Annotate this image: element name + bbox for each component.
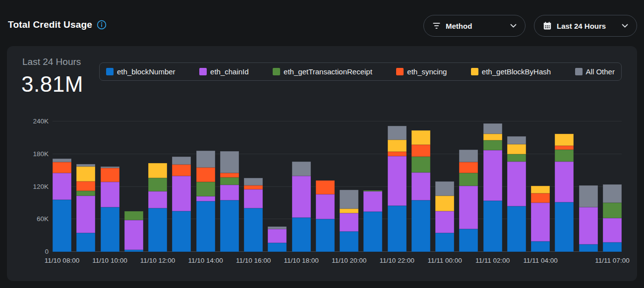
bar-segment [196,182,215,197]
bar-segment [172,211,191,252]
stacked-bar [124,211,143,252]
bar-segment [124,220,143,249]
bar-segment [76,191,95,196]
bar-segment [268,243,287,252]
y-axis-tick-label: 0 [14,247,49,256]
stacked-bar [148,163,167,252]
bar-segment [316,219,335,252]
bar-segment [53,173,71,200]
bar-segment [579,244,598,252]
gridline [53,154,622,154]
bar-segment [53,159,71,163]
title-wrap: Total Credit Usage [8,19,107,30]
chart-legend: eth_blockNumbereth_chainIdeth_getTransac… [99,62,622,81]
x-axis-tick-label: 11/11 04:00 [524,257,558,264]
bar-segment [483,134,502,140]
legend-item[interactable]: eth_chainId [199,67,249,76]
date-range-label: Last 24 Hours [557,22,606,30]
legend-item[interactable]: eth_syncing [396,67,447,76]
stacked-bar [579,185,598,252]
bar-segment [340,209,358,213]
bar-segment [531,241,550,252]
bar-segment [507,206,526,252]
total-value: 3.81M [21,72,83,97]
bar-segment [340,190,358,209]
bar-segment [507,136,526,144]
plot-area: 060K120K180K240K11/10 08:0011/10 10:0011… [53,121,622,252]
bar-segment [579,185,598,207]
x-axis-tick-label: 11/10 18:00 [284,257,318,264]
legend-swatch [273,68,280,75]
info-icon[interactable] [97,20,107,30]
x-axis-tick-label: 11/10 20:00 [332,257,366,264]
bar-segment [101,182,119,208]
bar-segment [435,181,454,196]
bar-segment [220,173,239,177]
stacked-bar [268,227,287,252]
legend-swatch [106,68,114,75]
stacked-bar [531,186,550,252]
stacked-bar [435,181,454,252]
bar-segment [124,250,143,252]
bar-segment [363,212,382,252]
bar-segment [148,208,167,252]
bar-segment [435,196,454,211]
bar-segment [76,196,95,233]
bar-segment [196,196,215,201]
bar-segment [220,185,239,200]
bar-segment [507,162,526,206]
legend-item[interactable]: eth_blockNumber [106,67,176,76]
bar-segment [603,218,622,242]
date-range-dropdown[interactable]: Last 24 Hours [534,15,637,37]
x-axis-tick-label: 11/11 07:00 [595,257,629,264]
method-filter-dropdown[interactable]: Method [423,15,526,37]
stacked-bar [101,167,119,252]
legend-label: All Other [586,67,615,76]
page-title: Total Credit Usage [8,19,92,30]
chevron-down-icon [510,24,517,28]
bar-segment [172,165,191,176]
legend-item[interactable]: eth_getBlockByHash [471,67,551,76]
bar-segment [531,186,550,193]
bar-segment [388,152,407,156]
bar-segment [292,162,311,175]
bar-segment [53,200,71,252]
legend-label: eth_syncing [407,67,447,76]
stacked-bar [53,159,71,252]
legend-swatch [396,68,404,75]
bar-segment [172,176,191,211]
bar-segment [459,173,478,186]
x-axis-tick-label: 11/10 14:00 [188,257,223,264]
x-axis-tick-label: 11/10 12:00 [140,257,175,264]
bar-segment [603,184,622,203]
bar-segment [148,163,167,178]
bar-segment [220,200,239,252]
bar-segment [196,201,215,252]
stacked-bar [459,150,478,252]
bar-segment [268,229,287,243]
bar-segment [531,193,550,203]
legend-item[interactable]: eth_getTransactionReceipt [273,67,372,76]
bar-segment [459,229,478,252]
bar-segment [411,200,430,252]
stacked-bar [196,151,215,252]
bar-segment [124,211,143,221]
bar-segment [411,157,430,173]
bar-segment [53,162,71,173]
bar-segment [483,150,502,201]
bar-segment [579,207,598,244]
page-header: Total Credit Usage Method [0,0,644,46]
stacked-bar [603,184,622,252]
bar-segment [555,202,574,252]
y-axis-tick-label: 120K [14,182,49,191]
x-axis-tick-label: 11/10 16:00 [236,257,271,264]
bar-segment [340,231,358,252]
bar-segment [459,150,478,162]
bar-segment [483,201,502,252]
legend-swatch [199,68,207,75]
stacked-bar [363,190,382,252]
bar-segment [292,176,311,218]
legend-label: eth_blockNumber [117,67,176,76]
method-filter-label: Method [446,22,472,30]
legend-item[interactable]: All Other [575,67,615,76]
